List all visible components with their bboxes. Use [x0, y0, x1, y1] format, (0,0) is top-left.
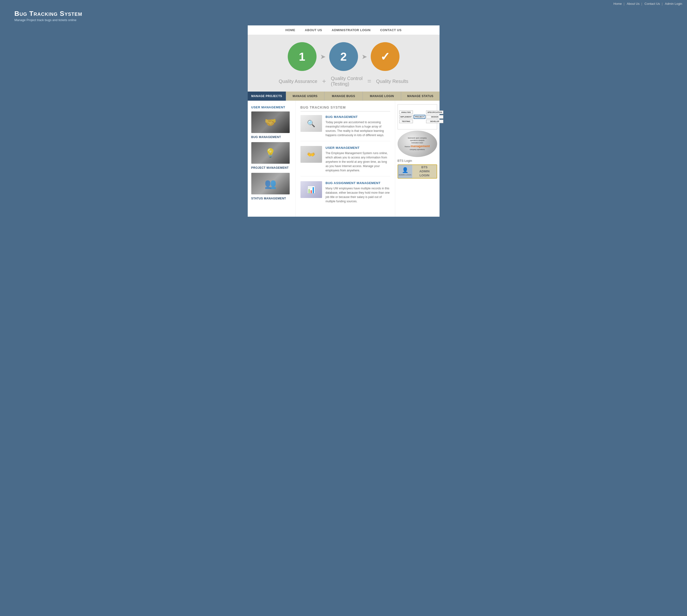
bts-admin-login-box[interactable]: 👤 ADMIN LOGIN BTSADMIN LOGIN: [398, 164, 437, 179]
topbar-about-link[interactable]: About Us: [627, 2, 640, 5]
left-sidebar: USER MANAGEMENT BUG MANAGEMENT PROJECT M…: [248, 101, 296, 217]
sidebar-project-management-label: PROJECT MANAGEMENT: [251, 166, 292, 170]
bug-assignment-title: BUG ASSIGNMENT MANAGEMENT: [326, 181, 390, 185]
sidebar-status-management-label: STATUS MANAGEMENT: [251, 197, 292, 200]
tab-manage-status[interactable]: MANAGE STATUS: [401, 92, 439, 101]
tab-manage-login[interactable]: MANAGE LOGIN: [363, 92, 401, 101]
bug-management-text: Today people are accustomed to accessing…: [326, 120, 390, 137]
circle-2: 2: [329, 42, 358, 71]
diagram-implement: IMPLEMENT: [399, 115, 413, 119]
nav-home[interactable]: HOME: [285, 28, 295, 32]
middle-title: BUG TRACKING SYSTEM: [300, 106, 390, 111]
main-nav: HOME ABOUT US ADMINISTRATOR LOGIN CONTAC…: [248, 25, 439, 35]
tab-manage-bugs[interactable]: MANAGE BUGS: [324, 92, 363, 101]
sidebar-handshake-img: [251, 111, 290, 133]
equals-operator: =: [367, 78, 371, 85]
circle-check: ✓: [371, 42, 400, 71]
diagram-develop: DEVELOP: [426, 119, 443, 123]
bug-img: [300, 115, 322, 132]
label-quality-results: Quality Results: [376, 79, 408, 84]
label-quality-assurance: Quality Assurance: [279, 79, 317, 84]
topbar-admin-link[interactable]: Admin Login: [665, 2, 682, 5]
tabs-bar: MANAGE PROJECTS MANAGE USERS MANAGE BUGS…: [248, 92, 439, 101]
bug-content: BUG MANAGEMENT Today people are accustom…: [326, 115, 390, 137]
topbar-contact-link[interactable]: Contact Us: [645, 2, 660, 5]
diagram-specification: SPECIFICATION: [426, 110, 443, 114]
admin-icon-label: ADMIN LOGIN: [399, 174, 411, 176]
diagram-img: ANALYSIS SPECIFICATION IMPLEMENT PROJECT…: [398, 104, 437, 129]
sidebar-bug-management-label: BUG MANAGEMENT: [251, 135, 292, 139]
middle-content: BUG TRACKING SYSTEM BUG MANAGEMENT Today…: [296, 101, 395, 217]
diagram-project: PROJECT: [414, 115, 426, 119]
banner-labels: Quality Assurance + Quality Control(Test…: [279, 76, 408, 87]
diagram-design: DESIGN: [426, 115, 443, 119]
middle-item-assignment: BUG ASSIGNMENT MANAGEMENT Many UW employ…: [300, 181, 390, 207]
nav-about[interactable]: ABOUT US: [305, 28, 322, 32]
banner-circles: 1 ➤ 2 ➤ ✓: [288, 42, 400, 71]
admin-icon: 👤 ADMIN LOGIN: [398, 165, 412, 178]
bts-login-label: BTS Login: [398, 159, 437, 162]
sidebar-idea-img: [251, 142, 290, 164]
tab-manage-projects[interactable]: MANAGE PROJECTS: [248, 92, 286, 101]
banner: 1 ➤ 2 ➤ ✓ Quality Assurance + Quality Co…: [248, 35, 439, 92]
nav-contact[interactable]: CONTACT US: [380, 28, 402, 32]
arrow-1: ➤: [320, 53, 326, 61]
assignment-content: BUG ASSIGNMENT MANAGEMENT Many UW employ…: [326, 181, 390, 203]
topbar-home-link[interactable]: Home: [614, 2, 622, 5]
circle-1: 1: [288, 42, 317, 71]
user-management-text: The Employee Management System runs onli…: [326, 151, 390, 173]
label-quality-control: Quality Control(Testing): [331, 76, 363, 87]
middle-item-bug: BUG MANAGEMENT Today people are accustom…: [300, 115, 390, 141]
arrow-2: ➤: [362, 53, 367, 61]
sphere-img: teamwork open company operations analysi…: [398, 131, 437, 157]
site-title: Bug Tracking System: [14, 10, 682, 18]
sidebar-meeting-img: [251, 173, 290, 194]
bug-management-title: BUG MANAGEMENT: [326, 115, 390, 119]
admin-login-text: BTSADMIN LOGIN: [412, 166, 437, 178]
plus-operator: +: [322, 78, 326, 85]
top-bar: Home | About Us | Contact Us | Admin Log…: [0, 0, 687, 7]
middle-item-user: USER MANAGEMENT The Employee Management …: [300, 146, 390, 176]
diagram-analysis: ANALYSIS: [399, 110, 413, 114]
header: Bug Tracking System Manage Project track…: [0, 7, 687, 25]
users-img: [300, 146, 322, 163]
nav-admin-login[interactable]: ADMINISTRATOR LOGIN: [331, 28, 370, 32]
user-management-title: USER MANAGEMENT: [326, 146, 390, 150]
sidebar-user-management-title: USER MANAGEMENT: [251, 106, 292, 109]
tab-manage-users[interactable]: MANAGE USERS: [286, 92, 324, 101]
site-subtitle: Manage Project track bugs and tickets on…: [14, 18, 682, 22]
bug-assignment-text: Many UW employees have multiple records …: [326, 186, 390, 203]
user-content: USER MANAGEMENT The Employee Management …: [326, 146, 390, 173]
content-area: USER MANAGEMENT BUG MANAGEMENT PROJECT M…: [248, 101, 439, 217]
right-sidebar: ANALYSIS SPECIFICATION IMPLEMENT PROJECT…: [395, 101, 439, 217]
diagram-testing: TESTING: [399, 119, 413, 123]
assign-img: [300, 181, 322, 198]
